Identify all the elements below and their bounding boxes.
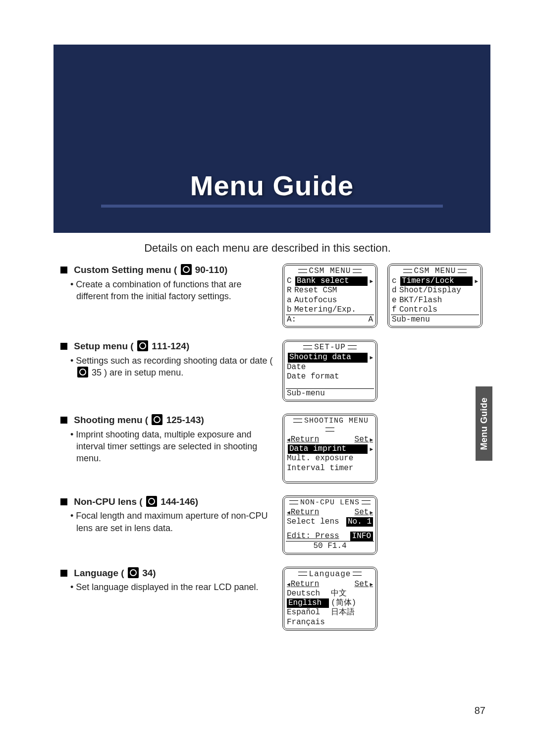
chevron-right-icon [474,276,478,286]
language-desc: Set language displayed in the rear LCD p… [70,581,273,593]
screen-title: CSM MENU [286,267,374,276]
screen-title: SET-UP [286,343,374,352]
chevron-right-icon [369,444,373,454]
menu-item-bank-select[interactable]: C Bank select [286,276,374,286]
screen-title: Language [286,570,374,579]
section-setup: Setup menu ( 111-124) Settings such as r… [60,340,273,402]
lang-chinese[interactable]: 中文 [330,589,374,598]
bullet-square-icon [60,570,67,577]
chevron-right-icon [369,435,373,444]
menu-item-reset-csm[interactable]: R Reset CSM [286,286,374,295]
section-language: Language ( 34) Set language displayed in… [60,567,273,631]
page-ref: 34) [142,568,156,578]
menu-item-interval-timer[interactable]: Interval timer [286,464,374,473]
noncpu-screens: NON-CPU LENS Return Set Select lens No. … [282,495,487,555]
edit-hint-row: Edit: Press INFO [286,532,374,541]
side-tab: Menu Guide [476,386,492,461]
page-ref: 111-124) [152,341,189,351]
menu-item-shoot-display[interactable]: d Shoot/Display [391,286,479,295]
section-custom: Custom Setting menu ( 90-110) Create a c… [60,264,273,328]
noncpu-heading: Non-CPU lens ( 144-146) [60,495,273,508]
page-title: Menu Guide [101,169,443,202]
menu-item-date[interactable]: Date [286,363,374,372]
screen-title: SHOOTING MENU [286,417,374,434]
menu-item-bkt-flash[interactable]: e BKT/Flash [391,296,479,305]
text: Setup menu ( [74,341,133,351]
camera-page-icon [77,367,88,378]
noncpu-lens-screen: NON-CPU LENS Return Set Select lens No. … [282,495,377,555]
hero-underline [101,205,443,208]
menu-item-date-format[interactable]: Date format [286,372,374,381]
page-number: 87 [475,705,485,716]
text: Non-CPU lens ( [74,496,142,507]
text: Language ( [74,568,124,578]
section-noncpu: Non-CPU lens ( 144-146) Focal length and… [60,495,273,555]
page-ref: 90-110) [195,265,228,275]
setup-screens: SET-UP Shooting data Date Date format Su… [282,340,487,402]
shooting-screens: SHOOTING MENU Return Set Data imprint Mu… [282,414,487,484]
screen-footer: Sub-menu [286,388,374,398]
language-screens: Language Return Set Deutsch English Espa… [282,567,487,631]
menu-item-mult-exposure[interactable]: Mult. exposure [286,454,374,463]
lang-francais[interactable]: Français [286,618,330,627]
shooting-heading: Shooting menu ( 125-143) [60,414,273,427]
camera-page-icon [181,264,192,275]
screen-title: CSM MENU [391,267,479,276]
lang-japanese[interactable]: 日本語 [330,608,374,617]
custom-heading: Custom Setting menu ( 90-110) [60,264,273,276]
lang-english[interactable]: English [286,598,330,608]
page-ref: 125-143) [166,415,204,425]
menu-item-shooting-data[interactable]: Shooting data [286,353,374,362]
menu-item-autofocus[interactable]: a Autofocus [286,296,374,305]
screen-footer: 50 F1.4 [286,541,374,551]
setup-desc: Settings such as recording shooting data… [70,355,273,379]
return-row[interactable]: Return Set [286,580,374,589]
chevron-right-icon [369,353,373,362]
custom-screens: CSM MENU C Bank select R Reset CSM a Aut… [282,264,487,328]
camera-page-icon [146,496,157,507]
menu-item-metering[interactable]: b Metering/Exp. [286,305,374,315]
menu-item-data-imprint[interactable]: Data imprint [286,444,374,454]
return-row[interactable]: Return Set [286,435,374,444]
bullet-square-icon [60,417,67,424]
text: 35 [92,368,102,378]
csm-menu-screen-1: CSM MENU C Bank select R Reset CSM a Aut… [282,264,377,328]
page-subtitle: Details on each menu are described in th… [0,242,535,255]
bullet-square-icon [60,343,67,350]
shooting-desc: Imprint shooting data, multiple exposure… [70,429,273,465]
camera-page-icon [137,340,148,351]
hero-banner: Menu Guide [54,45,490,233]
language-heading: Language ( 34) [60,567,273,580]
text: ) are in setup menu. [104,368,183,378]
menu-item-timers-lock[interactable]: c Timers/Lock [391,276,479,286]
lang-deutsch[interactable]: Deutsch [286,589,330,598]
menu-item-controls[interactable]: f Controls [391,305,479,315]
chevron-left-icon [287,580,291,589]
lang-espanol[interactable]: Español [286,608,330,617]
return-row[interactable]: Return Set [286,508,374,517]
chevron-right-icon [369,276,373,286]
camera-page-icon [152,414,162,425]
side-tab-label: Menu Guide [479,397,489,450]
bullet-square-icon [60,267,67,273]
lens-number-value: 1 [367,517,372,526]
noncpu-desc: Focal length and maximum aperture of non… [70,510,273,534]
text: Shooting menu ( [74,415,148,425]
setup-screen: SET-UP Shooting data Date Date format Su… [282,340,377,402]
setup-heading: Setup menu ( 111-124) [60,340,273,353]
camera-page-icon [128,567,139,578]
chevron-right-icon [369,580,373,589]
info-badge: INFO [350,532,373,541]
custom-desc: Create a combination of functions that a… [70,278,273,303]
screen-footer: A: A [286,315,374,324]
chevron-left-icon [287,508,291,517]
section-shooting: Shooting menu ( 125-143) Imprint shootin… [60,414,273,484]
bullet-square-icon [60,498,67,505]
text: Custom Setting menu ( [74,265,177,275]
page-ref: 144-146) [160,496,198,507]
csm-menu-screen-2: CSM MENU c Timers/Lock d Shoot/Display e… [387,264,482,328]
screen-footer: Sub-menu [391,315,479,324]
lang-chinese-simplified[interactable]: (简体) [330,598,374,608]
language-screen: Language Return Set Deutsch English Espa… [282,567,377,631]
menu-item-select-lens[interactable]: Select lens No. 1 [286,517,374,527]
